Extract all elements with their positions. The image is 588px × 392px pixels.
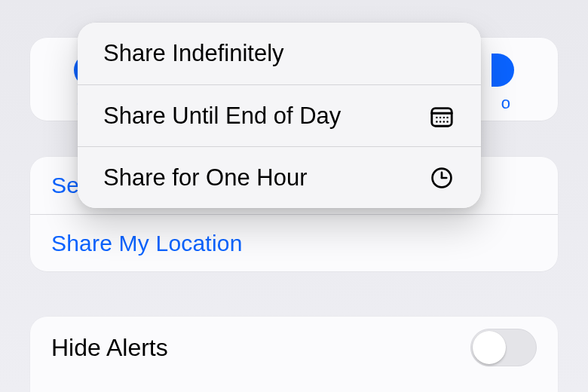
clock-icon [428,164,455,191]
svg-point-3 [439,116,441,118]
svg-point-9 [446,121,448,122]
alerts-group: Hide Alerts [30,317,558,392]
menu-item-share-indefinitely[interactable]: Share Indefinitely [78,23,481,84]
menu-item-share-for-one-hour[interactable]: Share for One Hour [78,146,481,208]
share-location-duration-menu: Share Indefinitely Share Until End of Da… [78,23,481,208]
svg-point-5 [446,116,448,118]
share-my-location-row[interactable]: Share My Location [30,214,558,271]
header-action-fragment-right [492,54,514,87]
toggle-knob [473,331,506,364]
header-caption-fragment-right: o [501,93,511,113]
hide-alerts-label: Hide Alerts [51,334,168,362]
hide-alerts-row: Hide Alerts [30,317,558,378]
svg-point-2 [436,116,437,118]
menu-item-label: Share for One Hour [103,164,308,191]
svg-point-8 [443,121,445,122]
svg-point-4 [443,116,445,118]
menu-item-label: Share Until End of Day [103,103,341,130]
calendar-icon [428,103,455,130]
menu-item-label: Share Indefinitely [103,40,284,67]
svg-rect-0 [432,108,452,126]
svg-point-6 [436,121,437,122]
share-my-location-label: Share My Location [51,231,243,256]
svg-point-7 [439,121,441,122]
menu-item-share-until-end-of-day[interactable]: Share Until End of Day [78,84,481,146]
hide-alerts-toggle[interactable] [470,329,537,366]
